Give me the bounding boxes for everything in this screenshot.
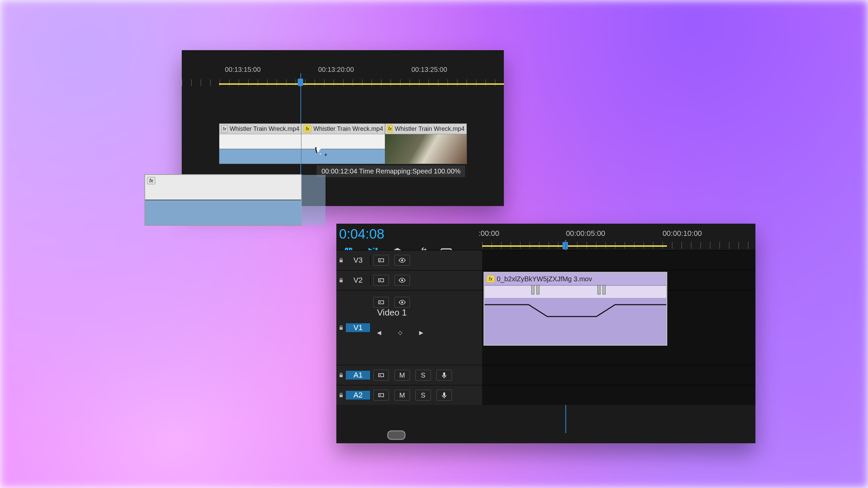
timeline-panel-bottom: 0:04:08 CC :00:00 00:00:05:00 00:00:10:0… <box>336 224 755 443</box>
track-source-toggle[interactable]: V1 <box>346 323 371 332</box>
svg-point-10 <box>401 301 403 303</box>
keyframe-nav: ◀ ◇ ▶ <box>374 328 426 337</box>
solo-toggle[interactable]: S <box>415 390 431 401</box>
lock-icon[interactable] <box>336 257 346 263</box>
ruler-label: 00:13:20:00 <box>318 66 354 74</box>
clip-name: Whistler Train Wreck.mp4 <box>230 125 299 133</box>
ruler-ticks <box>182 79 504 86</box>
voiceover-mic-icon[interactable] <box>436 390 452 401</box>
speed-graph[interactable] <box>301 134 385 149</box>
svg-rect-11 <box>379 373 384 377</box>
track-source-toggle[interactable]: V2 <box>346 276 371 285</box>
svg-point-14 <box>379 394 381 396</box>
prev-keyframe-icon[interactable]: ◀ <box>374 328 384 337</box>
clip[interactable]: fx 0_b2xlZyBkYW5jZXJfMg 3.mov <box>484 272 667 346</box>
track-visibility-icon[interactable] <box>394 255 410 266</box>
work-area-bar[interactable] <box>219 83 504 85</box>
ruler-label: 00:00:10:00 <box>663 229 702 238</box>
fx-badge-icon: fx <box>147 177 155 184</box>
fx-badge-icon: fx <box>387 125 393 133</box>
sync-lock-icon[interactable] <box>373 297 389 308</box>
track-body[interactable] <box>482 365 755 385</box>
add-keyframe-icon[interactable]: ◇ <box>395 328 405 337</box>
clip[interactable]: fx Whistler Train Wreck.mp4 <box>385 123 467 164</box>
sync-lock-icon[interactable] <box>373 370 389 381</box>
solo-toggle[interactable]: S <box>415 370 431 381</box>
lock-icon[interactable] <box>336 277 346 283</box>
track-body[interactable] <box>482 385 755 405</box>
ruler-label: 00:13:15:00 <box>225 66 261 74</box>
speed-graph[interactable] <box>219 134 301 149</box>
track-row-a2: A2 M S <box>336 385 755 405</box>
sync-lock-icon[interactable] <box>373 275 389 286</box>
svg-point-12 <box>379 374 381 376</box>
mute-toggle[interactable]: M <box>394 390 410 401</box>
voiceover-mic-icon[interactable] <box>436 370 452 381</box>
svg-rect-2 <box>379 259 384 262</box>
clip-body[interactable] <box>485 298 666 345</box>
fx-badge-icon: fx <box>303 125 311 133</box>
fx-badge-icon: fx <box>221 125 228 133</box>
ruler[interactable]: 00:13:15:00 00:13:20:00 00:13:25:00 <box>182 60 504 86</box>
clip[interactable]: fx Whistler Train Wreck.mp4 <box>301 123 386 164</box>
keyframe-handle[interactable] <box>597 285 606 294</box>
clip-body[interactable] <box>145 200 301 225</box>
ruler-label: 00:13:25:00 <box>411 66 447 74</box>
track-source-toggle[interactable]: A1 <box>346 371 371 380</box>
lock-icon[interactable] <box>336 392 346 398</box>
track-visibility-icon[interactable] <box>394 297 410 308</box>
svg-point-4 <box>401 259 403 261</box>
work-area-bar[interactable] <box>482 245 667 247</box>
clip-track: fx Whistler Train Wreck.mp4 fx Whistler … <box>182 123 504 164</box>
svg-rect-13 <box>379 393 384 396</box>
track-source-toggle[interactable]: A2 <box>346 391 371 400</box>
mute-toggle[interactable]: M <box>394 370 410 381</box>
lock-icon[interactable] <box>336 325 346 331</box>
track-body[interactable] <box>482 250 755 270</box>
fx-badge-icon: fx <box>487 275 495 283</box>
speed-ramp-line[interactable] <box>485 298 666 345</box>
track-name: Video 1 <box>377 307 407 318</box>
sync-lock-icon[interactable] <box>373 255 389 266</box>
clip[interactable]: fx Whistler Train Wreck.mp4 <box>219 123 302 164</box>
clip-fragment[interactable]: fx <box>144 174 302 226</box>
clip-name: 0_b2xlZyBkYW5jZXJfMg 3.mov <box>497 275 592 283</box>
playhead-knob[interactable] <box>298 79 303 86</box>
track-row-v3: V3 <box>336 250 755 270</box>
speed-graph[interactable] <box>485 286 666 298</box>
speed-graph[interactable] <box>145 175 301 200</box>
svg-point-6 <box>379 280 381 281</box>
svg-rect-5 <box>379 279 384 282</box>
clip-extend-ghost <box>301 175 326 225</box>
add-keyframe-plus-icon: + <box>324 152 327 158</box>
clip-body[interactable] <box>219 149 301 164</box>
clip-thumbnail <box>385 134 467 164</box>
svg-point-9 <box>379 302 381 303</box>
clip-body[interactable] <box>301 149 385 164</box>
svg-point-7 <box>401 279 403 281</box>
ruler-label: 00:00:05:00 <box>566 229 605 238</box>
speed-tooltip: 00:00:12:04 Time Remapping:Speed 100.00% <box>317 165 465 177</box>
track-source-toggle[interactable]: V3 <box>346 256 371 265</box>
current-time-display[interactable]: 0:04:08 <box>339 226 384 242</box>
lock-icon[interactable] <box>336 372 346 378</box>
track-row-a1: A1 M S <box>336 365 755 385</box>
svg-rect-8 <box>379 301 384 304</box>
keyframe-handle[interactable] <box>531 285 539 294</box>
sync-lock-icon[interactable] <box>373 390 389 401</box>
svg-point-3 <box>379 260 381 261</box>
clip-name: Whistler Train Wreck.mp4 <box>313 125 383 133</box>
next-keyframe-icon[interactable]: ▶ <box>416 328 426 337</box>
ruler[interactable]: :00:00 00:00:05:00 00:00:10:00 <box>482 229 755 250</box>
clip-name: Whistler Train Wreck.mp4 <box>395 125 465 133</box>
track-visibility-icon[interactable] <box>394 275 410 286</box>
zoom-scrollbar-thumb[interactable] <box>387 430 406 440</box>
ruler-label: :00:00 <box>478 229 499 238</box>
